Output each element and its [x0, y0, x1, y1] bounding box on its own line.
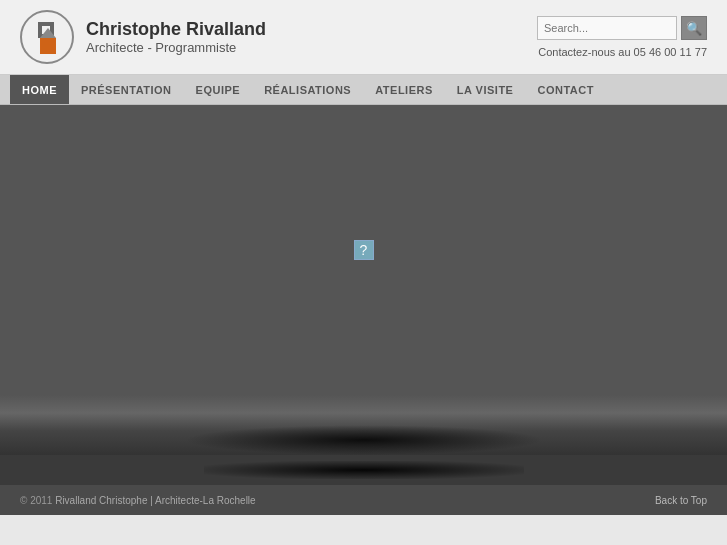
- search-button[interactable]: 🔍: [681, 16, 707, 40]
- shadow-bar: [184, 425, 544, 455]
- logo-area: Christophe Rivalland Architecte - Progra…: [20, 10, 266, 64]
- site-title: Christophe Rivalland Architecte - Progra…: [86, 19, 266, 55]
- footer-copyright: © 2011 Rivalland Christophe | Architecte…: [20, 495, 256, 506]
- svg-marker-3: [40, 38, 56, 54]
- nav-item-contact[interactable]: CONTACT: [525, 75, 605, 104]
- search-icon: 🔍: [686, 21, 702, 36]
- bottom-shadow: [0, 455, 727, 485]
- site-subtitle: Architecte - Programmiste: [86, 40, 266, 55]
- contact-phone: Contactez-nous au 05 46 00 11 77: [538, 46, 707, 58]
- nav-item-home[interactable]: HOME: [10, 75, 69, 104]
- header-right: 🔍 Contactez-nous au 05 46 00 11 77: [537, 16, 707, 58]
- nav-item-equipe[interactable]: EQUIPE: [184, 75, 253, 104]
- nav-item-la-visite[interactable]: LA VISITE: [445, 75, 526, 104]
- nav-item-presentation[interactable]: PRÉSENTATION: [69, 75, 184, 104]
- shadow-area: [0, 395, 727, 455]
- nav-item-realisations[interactable]: RÉALISATIONS: [252, 75, 363, 104]
- search-input[interactable]: [537, 16, 677, 40]
- nav: HOME PRÉSENTATION EQUIPE RÉALISATIONS AT…: [0, 75, 727, 105]
- footer: © 2011 Rivalland Christophe | Architecte…: [0, 485, 727, 515]
- back-to-top-link[interactable]: Back to Top: [655, 495, 707, 506]
- header: Christophe Rivalland Architecte - Progra…: [0, 0, 727, 75]
- broken-image-placeholder: ?: [354, 240, 374, 260]
- logo-icon: [20, 10, 74, 64]
- shadow-block: [204, 461, 524, 479]
- nav-item-ateliers[interactable]: ATELIERS: [363, 75, 445, 104]
- footer-right: Back to Top: [655, 495, 707, 506]
- main-content: ?: [0, 105, 727, 395]
- footer-link[interactable]: Rivalland Christophe | Architecte-La Roc…: [55, 495, 255, 506]
- site-name: Christophe Rivalland: [86, 19, 266, 40]
- search-area: 🔍: [537, 16, 707, 40]
